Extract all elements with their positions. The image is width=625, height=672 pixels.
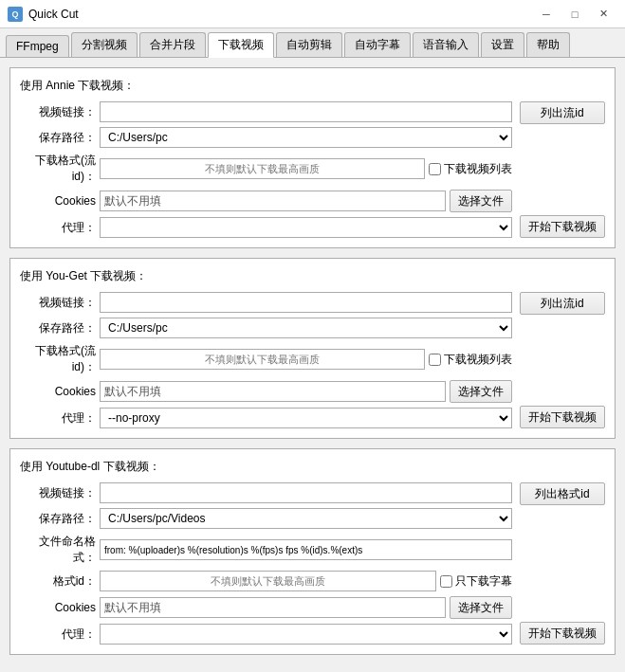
youtubedl-url-label: 视频链接： [20, 485, 96, 501]
app-title: Quick Cut [28, 8, 79, 21]
youget-fields: 视频链接： 保存路径： C:/Users/pc 下载格式(流id)： 下载视频列… [20, 292, 512, 428]
annie-save-label: 保存路径： [20, 130, 96, 146]
annie-save-row: 保存路径： C:/Users/pc [20, 127, 512, 148]
annie-section: 使用 Annie 下载视频： 视频链接： 保存路径： C:/Users/pc 下… [9, 67, 616, 248]
app-icon: Q [8, 7, 23, 22]
youtubedl-format-row: 格式id： 只下载字幕 [20, 571, 512, 591]
youget-cookies-label: Cookies [20, 385, 96, 398]
tab-auto-sub[interactable]: 自动字幕 [344, 32, 411, 57]
youget-list-id-button[interactable]: 列出流id [520, 292, 605, 315]
youtubedl-cookies-label: Cookies [20, 601, 96, 614]
tab-download[interactable]: 下载视频 [208, 32, 274, 58]
annie-url-input[interactable] [100, 101, 512, 122]
youget-url-label: 视频链接： [20, 295, 96, 311]
annie-list-id-button[interactable]: 列出流id [520, 101, 605, 124]
youget-save-select[interactable]: C:/Users/pc [100, 318, 512, 338]
tab-voice[interactable]: 语音输入 [413, 32, 479, 57]
youget-list-checkbox[interactable] [429, 354, 441, 366]
youtubedl-proxy-select[interactable] [100, 624, 512, 645]
youtubedl-select-file-button[interactable]: 选择文件 [450, 596, 512, 619]
annie-select-file-button[interactable]: 选择文件 [450, 190, 512, 212]
youget-list-label[interactable]: 下载视频列表 [444, 352, 512, 368]
youget-list-checkbox-row: 下载视频列表 [429, 352, 512, 368]
youget-format-label: 下载格式(流id)： [20, 343, 96, 375]
youtubedl-save-label: 保存路径： [20, 511, 96, 527]
close-button[interactable]: ✕ [589, 5, 617, 24]
youtubedl-filename-row: 文件命名格式： [20, 534, 512, 566]
youget-title: 使用 You-Get 下载视频： [20, 268, 605, 284]
annie-cookies-input[interactable] [100, 191, 446, 211]
annie-list-checkbox-row: 下载视频列表 [429, 161, 512, 177]
youtubedl-form-area: 视频链接： 保存路径： C:/Users/pc/Videos 文件命名格式： 格… [20, 482, 605, 645]
youtubedl-title: 使用 Youtube-dl 下载视频： [20, 459, 605, 475]
youget-select-file-button[interactable]: 选择文件 [450, 380, 512, 403]
youget-cookies-row: Cookies 选择文件 [20, 380, 512, 403]
annie-format-input[interactable] [100, 158, 425, 179]
youget-proxy-label: 代理： [20, 410, 96, 427]
annie-form-area: 视频链接： 保存路径： C:/Users/pc 下载格式(流id)： 下载视频列… [20, 101, 605, 238]
tab-help[interactable]: 帮助 [526, 32, 570, 57]
youtubedl-buttons: 列出格式id 开始下载视频 [520, 482, 605, 645]
youget-form-area: 视频链接： 保存路径： C:/Users/pc 下载格式(流id)： 下载视频列… [20, 292, 605, 428]
annie-proxy-select[interactable] [100, 217, 512, 238]
youget-proxy-row: 代理： --no-proxy [20, 408, 512, 428]
annie-title: 使用 Annie 下载视频： [20, 78, 605, 94]
youtubedl-proxy-row: 代理： [20, 624, 512, 645]
annie-url-label: 视频链接： [20, 104, 96, 120]
annie-cookies-label: Cookies [20, 194, 96, 208]
youtubedl-sub-label[interactable]: 只下载字幕 [455, 573, 512, 590]
youtubedl-start-button[interactable]: 开始下载视频 [520, 622, 605, 645]
annie-url-row: 视频链接： [20, 101, 512, 122]
annie-proxy-row: 代理： [20, 217, 512, 238]
title-bar: Q Quick Cut ─ □ ✕ [0, 0, 625, 28]
annie-list-checkbox[interactable] [429, 163, 441, 175]
annie-start-button[interactable]: 开始下载视频 [520, 215, 605, 238]
window-controls: ─ □ ✕ [532, 5, 617, 24]
youget-format-row: 下载格式(流id)： 下载视频列表 [20, 343, 512, 375]
youtubedl-format-input[interactable] [100, 571, 436, 591]
youtubedl-section: 使用 Youtube-dl 下载视频： 视频链接： 保存路径： C:/Users… [9, 448, 616, 655]
youget-save-row: 保存路径： C:/Users/pc [20, 318, 512, 338]
youget-proxy-select[interactable]: --no-proxy [100, 408, 512, 428]
tab-merge[interactable]: 合并片段 [139, 32, 206, 57]
youtubedl-cookies-input[interactable] [100, 597, 446, 618]
tab-bar: FFmpeg 分割视频 合并片段 下载视频 自动剪辑 自动字幕 语音输入 设置 … [0, 28, 625, 58]
youtubedl-proxy-label: 代理： [20, 627, 96, 643]
youtubedl-save-row: 保存路径： C:/Users/pc/Videos [20, 508, 512, 529]
maximize-button[interactable]: □ [561, 5, 589, 24]
tab-split[interactable]: 分割视频 [71, 32, 138, 57]
annie-fields: 视频链接： 保存路径： C:/Users/pc 下载格式(流id)： 下载视频列… [20, 101, 512, 238]
youtubedl-list-id-button[interactable]: 列出格式id [520, 482, 605, 505]
annie-buttons: 列出流id 开始下载视频 [520, 101, 605, 238]
youtubedl-filename-label: 文件命名格式： [20, 534, 96, 566]
youtubedl-sub-checkbox-row: 只下载字幕 [440, 573, 512, 590]
annie-format-label: 下载格式(流id)： [20, 153, 96, 185]
youget-section: 使用 You-Get 下载视频： 视频链接： 保存路径： C:/Users/pc… [9, 258, 616, 439]
youget-url-row: 视频链接： [20, 292, 512, 313]
youtubedl-sub-checkbox[interactable] [440, 575, 452, 588]
annie-proxy-label: 代理： [20, 220, 96, 236]
annie-save-select[interactable]: C:/Users/pc [100, 127, 512, 148]
youtubedl-format-label: 格式id： [20, 573, 96, 590]
youtubedl-filename-input[interactable] [100, 539, 512, 560]
main-content: 使用 Annie 下载视频： 视频链接： 保存路径： C:/Users/pc 下… [0, 58, 625, 669]
youtubedl-save-select[interactable]: C:/Users/pc/Videos [100, 508, 512, 529]
youtubedl-url-input[interactable] [100, 482, 512, 503]
tab-settings[interactable]: 设置 [481, 32, 524, 57]
youget-format-input[interactable] [100, 349, 425, 370]
youtubedl-fields: 视频链接： 保存路径： C:/Users/pc/Videos 文件命名格式： 格… [20, 482, 512, 645]
title-bar-left: Q Quick Cut [8, 7, 79, 22]
tab-ffmpeg[interactable]: FFmpeg [6, 35, 69, 57]
annie-cookies-row: Cookies 选择文件 [20, 190, 512, 212]
tab-auto-edit[interactable]: 自动剪辑 [276, 32, 342, 57]
youget-start-button[interactable]: 开始下载视频 [520, 406, 605, 428]
youget-url-input[interactable] [100, 292, 512, 313]
youget-cookies-input[interactable] [100, 381, 446, 402]
minimize-button[interactable]: ─ [532, 5, 561, 24]
annie-list-label[interactable]: 下载视频列表 [444, 161, 512, 177]
annie-format-row: 下载格式(流id)： 下载视频列表 [20, 153, 512, 185]
youtubedl-url-row: 视频链接： [20, 482, 512, 503]
youtubedl-cookies-row: Cookies 选择文件 [20, 596, 512, 619]
youget-buttons: 列出流id 开始下载视频 [520, 292, 605, 428]
youget-save-label: 保存路径： [20, 320, 96, 336]
